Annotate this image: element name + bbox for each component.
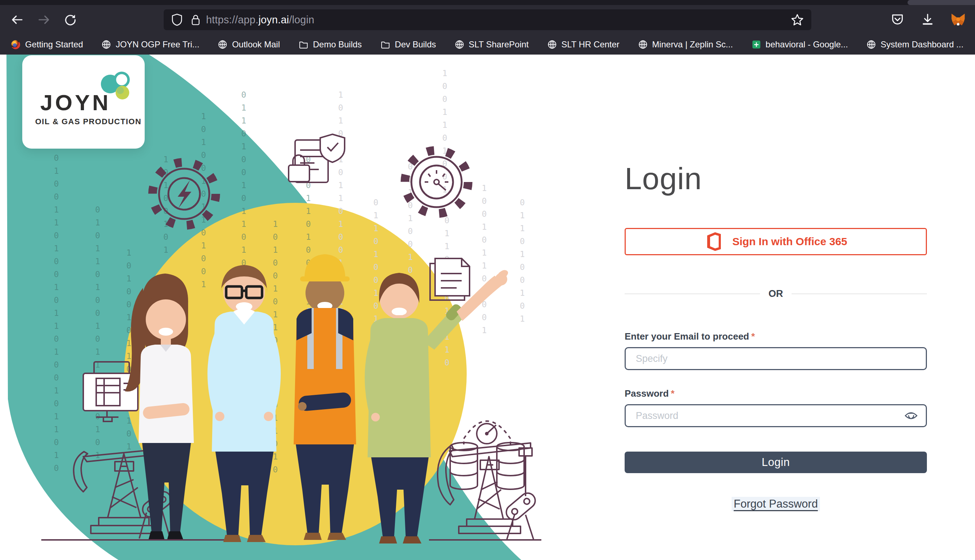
globe-icon (547, 40, 557, 49)
firefox-icon (11, 40, 20, 50)
forgot-password-link[interactable]: Forgot Password (732, 497, 820, 511)
bookmark-item[interactable]: Minerva | Zeplin Sc... (638, 40, 733, 50)
bookmark-item[interactable]: SLT SharePoint (455, 40, 529, 50)
sheets-icon (752, 40, 761, 49)
email-input[interactable] (625, 347, 927, 370)
bookmark-item[interactable]: Dev Builds (380, 40, 436, 50)
url-path: /login (289, 14, 315, 25)
bookmark-item[interactable]: Getting Started (11, 40, 83, 50)
forward-button[interactable] (36, 12, 52, 28)
globe-icon (455, 40, 464, 49)
bookmark-item[interactable]: Outlook Mail (218, 40, 280, 50)
joyn-logo-card: JOYN OIL & GAS PRODUCTION (22, 55, 145, 148)
bookmark-label: Dev Builds (395, 40, 436, 50)
bookmark-label: Outlook Mail (232, 40, 280, 50)
secure-document-icon (288, 134, 345, 182)
eye-icon (904, 410, 918, 421)
forward-arrow-icon (37, 13, 51, 27)
logo-tagline: OIL & GAS PRODUCTION (35, 117, 142, 127)
folder-icon (380, 40, 390, 49)
bookmark-item[interactable]: behavioral - Google... (752, 40, 848, 50)
bookmark-label: Demo Builds (313, 40, 362, 50)
password-label: Password* (625, 388, 927, 399)
office365-button-label: Sign In with Office 365 (732, 235, 847, 248)
active-tab-remnant[interactable] (908, 0, 975, 5)
required-asterisk: * (671, 388, 675, 399)
required-asterisk: * (752, 331, 755, 342)
reload-icon (63, 13, 78, 27)
login-page: 1010011010010110100101101001011010010110… (0, 55, 975, 560)
bookmarks-bar: Getting StartedJOYN OGP Free Tri...Outlo… (0, 35, 975, 55)
toggle-password-visibility-button[interactable] (904, 409, 918, 422)
bookmark-label: behavioral - Google... (766, 40, 848, 50)
metamask-fox-icon[interactable] (951, 13, 966, 27)
globe-icon (218, 40, 227, 49)
download-icon[interactable] (920, 13, 935, 27)
bookmark-item[interactable]: Demo Builds (299, 40, 362, 50)
bookmark-label: Minerva | Zeplin Sc... (652, 40, 733, 50)
office365-icon (704, 232, 723, 252)
or-divider: OR (625, 288, 927, 299)
browser-window: https://app.joyn.ai/login (0, 0, 975, 560)
bookmark-label: SLT HR Center (562, 40, 620, 50)
bookmark-label: SLT SharePoint (469, 40, 529, 50)
globe-icon (638, 40, 648, 49)
shield-icon[interactable] (171, 13, 183, 27)
bookmark-item[interactable]: SLT HR Center (547, 40, 620, 50)
bookmark-item[interactable]: JOYN OGP Free Tri... (102, 40, 199, 50)
tab-strip (0, 0, 975, 5)
logo-wordmark: JOYN (40, 90, 111, 115)
url-prefix: https://app. (206, 14, 258, 25)
page-title: Login (625, 161, 927, 197)
documents-icon (430, 258, 470, 300)
bookmark-label: Getting Started (25, 40, 83, 50)
login-panel: Login Sign In with Office 365 OR Enter y… (625, 55, 927, 511)
bookmark-label: System Dashboard ... (881, 40, 963, 50)
bookmark-star-icon[interactable] (790, 13, 804, 27)
lock-icon[interactable] (190, 13, 201, 26)
folder-icon (299, 40, 308, 49)
back-arrow-icon (10, 13, 24, 27)
or-label: OR (760, 288, 792, 299)
svg-text:0110100101: 0110100101 (520, 198, 525, 323)
browser-toolbar: https://app.joyn.ai/login (0, 5, 975, 35)
toolbar-right-icons (890, 13, 966, 27)
email-label: Enter your Email to proceed* (625, 331, 927, 342)
reload-button[interactable] (62, 12, 78, 28)
password-input[interactable] (625, 404, 927, 427)
svg-text:100101101001: 100101101001 (482, 183, 487, 335)
pocket-icon[interactable] (890, 13, 905, 27)
globe-icon (867, 40, 876, 49)
globe-icon (102, 40, 111, 49)
back-button[interactable] (9, 12, 25, 28)
url-domain: joyn.ai (258, 14, 289, 25)
url-text: https://app.joyn.ai/login (206, 14, 315, 26)
bookmark-item[interactable]: System Dashboard ... (867, 40, 963, 50)
url-bar[interactable]: https://app.joyn.ai/login (164, 9, 811, 30)
gear-gauge-icon (405, 150, 468, 213)
office365-signin-button[interactable]: Sign In with Office 365 (625, 228, 927, 255)
login-button[interactable]: Login (625, 452, 927, 473)
bookmark-label: JOYN OGP Free Tri... (116, 40, 199, 50)
